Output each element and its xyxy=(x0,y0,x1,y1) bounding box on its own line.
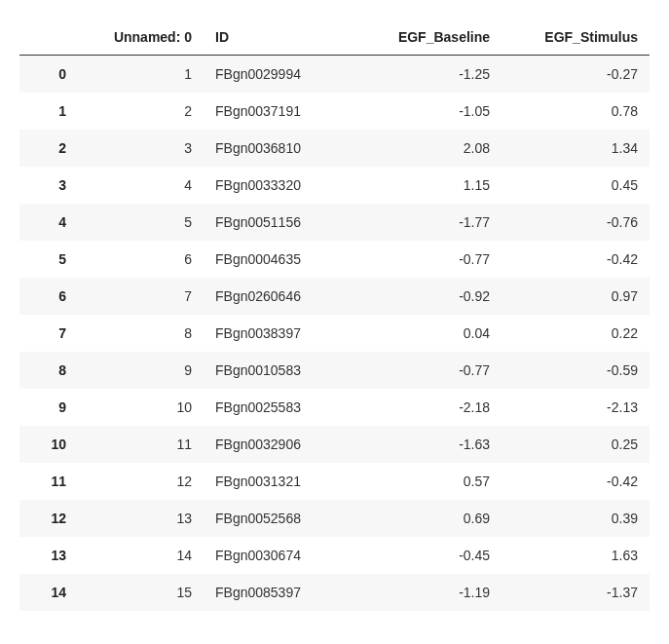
col-header-baseline: EGF_Baseline xyxy=(354,19,502,56)
cell-unnamed: 6 xyxy=(78,241,204,278)
table-row: 34FBgn00333201.150.45 xyxy=(19,167,650,204)
col-header-index xyxy=(19,19,78,56)
cell-id: FBgn0031321 xyxy=(204,463,354,500)
data-table: Unnamed: 0 ID EGF_Baseline EGF_Stimulus … xyxy=(19,19,650,611)
row-index: 1 xyxy=(19,93,78,130)
cell-unnamed: 3 xyxy=(78,130,204,167)
col-header-id: ID xyxy=(204,19,354,56)
cell-unnamed: 2 xyxy=(78,93,204,130)
cell-baseline: -1.25 xyxy=(354,56,502,94)
row-index: 0 xyxy=(19,56,78,94)
table-row: 01FBgn0029994-1.25-0.27 xyxy=(19,56,650,94)
cell-id: FBgn0085397 xyxy=(204,574,354,611)
table-row: 67FBgn0260646-0.920.97 xyxy=(19,278,650,315)
col-header-unnamed: Unnamed: 0 xyxy=(78,19,204,56)
cell-baseline: -1.05 xyxy=(354,93,502,130)
cell-baseline: 0.04 xyxy=(354,315,502,352)
cell-baseline: -1.19 xyxy=(354,574,502,611)
table-row: 1415FBgn0085397-1.19-1.37 xyxy=(19,574,650,611)
cell-id: FBgn0037191 xyxy=(204,93,354,130)
table-header: Unnamed: 0 ID EGF_Baseline EGF_Stimulus xyxy=(19,19,650,56)
table-row: 1213FBgn00525680.690.39 xyxy=(19,500,650,537)
row-index: 2 xyxy=(19,130,78,167)
row-index: 8 xyxy=(19,352,78,389)
cell-unnamed: 11 xyxy=(78,426,204,463)
row-index: 4 xyxy=(19,204,78,241)
cell-baseline: -1.77 xyxy=(354,204,502,241)
cell-id: FBgn0004635 xyxy=(204,241,354,278)
row-index: 14 xyxy=(19,574,78,611)
row-index: 13 xyxy=(19,537,78,574)
table-row: 1011FBgn0032906-1.630.25 xyxy=(19,426,650,463)
table-row: 78FBgn00383970.040.22 xyxy=(19,315,650,352)
row-index: 5 xyxy=(19,241,78,278)
table-row: 12FBgn0037191-1.050.78 xyxy=(19,93,650,130)
cell-id: FBgn0030674 xyxy=(204,537,354,574)
row-index: 10 xyxy=(19,426,78,463)
cell-baseline: -1.63 xyxy=(354,426,502,463)
cell-id: FBgn0032906 xyxy=(204,426,354,463)
cell-unnamed: 4 xyxy=(78,167,204,204)
row-index: 7 xyxy=(19,315,78,352)
cell-baseline: 1.15 xyxy=(354,167,502,204)
cell-id: FBgn0025583 xyxy=(204,389,354,426)
cell-stimulus: -0.27 xyxy=(502,56,650,94)
table-row: 56FBgn0004635-0.77-0.42 xyxy=(19,241,650,278)
cell-id: FBgn0052568 xyxy=(204,500,354,537)
table-row: 910FBgn0025583-2.18-2.13 xyxy=(19,389,650,426)
cell-unnamed: 13 xyxy=(78,500,204,537)
cell-stimulus: 0.39 xyxy=(502,500,650,537)
cell-stimulus: 0.97 xyxy=(502,278,650,315)
cell-unnamed: 15 xyxy=(78,574,204,611)
cell-stimulus: -0.42 xyxy=(502,463,650,500)
cell-stimulus: -1.37 xyxy=(502,574,650,611)
row-index: 3 xyxy=(19,167,78,204)
cell-stimulus: 0.45 xyxy=(502,167,650,204)
row-index: 12 xyxy=(19,500,78,537)
cell-baseline: -0.77 xyxy=(354,241,502,278)
cell-unnamed: 9 xyxy=(78,352,204,389)
cell-unnamed: 1 xyxy=(78,56,204,94)
cell-unnamed: 7 xyxy=(78,278,204,315)
cell-id: FBgn0260646 xyxy=(204,278,354,315)
table-row: 1112FBgn00313210.57-0.42 xyxy=(19,463,650,500)
cell-stimulus: 0.78 xyxy=(502,93,650,130)
cell-id: FBgn0036810 xyxy=(204,130,354,167)
cell-stimulus: 1.63 xyxy=(502,537,650,574)
cell-unnamed: 10 xyxy=(78,389,204,426)
cell-unnamed: 5 xyxy=(78,204,204,241)
row-index: 11 xyxy=(19,463,78,500)
cell-stimulus: 0.22 xyxy=(502,315,650,352)
cell-baseline: -0.45 xyxy=(354,537,502,574)
cell-stimulus: 1.34 xyxy=(502,130,650,167)
cell-baseline: 0.57 xyxy=(354,463,502,500)
table-row: 45FBgn0051156-1.77-0.76 xyxy=(19,204,650,241)
cell-unnamed: 8 xyxy=(78,315,204,352)
cell-unnamed: 14 xyxy=(78,537,204,574)
cell-baseline: -0.77 xyxy=(354,352,502,389)
col-header-stimulus: EGF_Stimulus xyxy=(502,19,650,56)
table-row: 1314FBgn0030674-0.451.63 xyxy=(19,537,650,574)
cell-baseline: 2.08 xyxy=(354,130,502,167)
cell-stimulus: -0.42 xyxy=(502,241,650,278)
cell-id: FBgn0029994 xyxy=(204,56,354,94)
cell-id: FBgn0033320 xyxy=(204,167,354,204)
row-index: 6 xyxy=(19,278,78,315)
cell-stimulus: -0.59 xyxy=(502,352,650,389)
table-row: 23FBgn00368102.081.34 xyxy=(19,130,650,167)
table-body: 01FBgn0029994-1.25-0.2712FBgn0037191-1.0… xyxy=(19,56,650,612)
cell-stimulus: 0.25 xyxy=(502,426,650,463)
cell-id: FBgn0038397 xyxy=(204,315,354,352)
table-row: 89FBgn0010583-0.77-0.59 xyxy=(19,352,650,389)
cell-id: FBgn0051156 xyxy=(204,204,354,241)
cell-stimulus: -0.76 xyxy=(502,204,650,241)
cell-unnamed: 12 xyxy=(78,463,204,500)
row-index: 9 xyxy=(19,389,78,426)
cell-id: FBgn0010583 xyxy=(204,352,354,389)
cell-baseline: 0.69 xyxy=(354,500,502,537)
cell-baseline: -2.18 xyxy=(354,389,502,426)
cell-stimulus: -2.13 xyxy=(502,389,650,426)
cell-baseline: -0.92 xyxy=(354,278,502,315)
